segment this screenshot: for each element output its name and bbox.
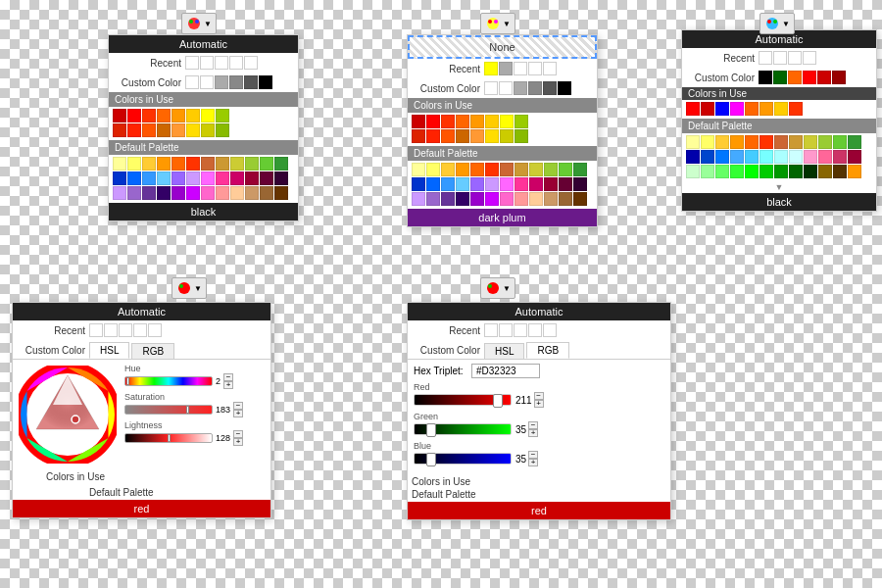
recent-cell[interactable]	[759, 51, 772, 65]
color-cell[interactable]	[544, 192, 558, 206]
icon-btn-inner-1[interactable]: ▼	[181, 13, 217, 34]
color-cell[interactable]	[113, 186, 126, 200]
recent-cell[interactable]	[788, 51, 802, 65]
color-cell[interactable]	[774, 165, 788, 178]
color-cell[interactable]	[745, 165, 759, 178]
color-cell[interactable]	[142, 186, 156, 200]
recent-cell[interactable]	[514, 323, 527, 337]
color-cell[interactable]	[456, 163, 469, 176]
color-cell[interactable]	[186, 172, 200, 185]
color-cell[interactable]	[260, 172, 273, 185]
color-cell[interactable]	[485, 177, 499, 191]
recent-cell[interactable]	[499, 323, 513, 337]
color-cell[interactable]	[426, 192, 440, 206]
color-cell[interactable]	[201, 123, 215, 137]
color-cell[interactable]	[745, 150, 759, 164]
color-cell[interactable]	[760, 102, 773, 116]
tab-hsl-5[interactable]: HSL	[484, 343, 524, 359]
color-cell[interactable]	[216, 186, 229, 200]
color-cell[interactable]	[245, 157, 259, 171]
color-cell[interactable]	[774, 135, 788, 149]
custom-cell[interactable]	[215, 75, 228, 89]
icon-btn-3[interactable]: ▼	[760, 13, 795, 34]
color-cell[interactable]	[514, 115, 528, 128]
color-cell[interactable]	[529, 192, 543, 206]
custom-cell[interactable]	[185, 75, 199, 89]
color-cell[interactable]	[142, 123, 156, 137]
color-cell[interactable]	[500, 192, 514, 206]
color-cell[interactable]	[686, 135, 700, 149]
color-cell[interactable]	[113, 172, 126, 185]
color-cell[interactable]	[760, 150, 773, 164]
color-cell[interactable]	[260, 157, 273, 171]
color-cell[interactable]	[470, 129, 484, 143]
color-cell[interactable]	[818, 165, 832, 178]
green-thumb[interactable]	[426, 423, 436, 437]
color-cell[interactable]	[760, 165, 773, 178]
red-track[interactable]	[414, 394, 512, 406]
color-cell[interactable]	[157, 172, 171, 185]
saturation-thumb[interactable]	[186, 406, 189, 414]
color-cell[interactable]	[686, 102, 700, 116]
color-cell[interactable]	[701, 150, 714, 164]
custom-cell[interactable]	[803, 71, 816, 84]
color-cell[interactable]	[172, 172, 185, 185]
color-cell[interactable]	[833, 135, 847, 149]
color-cell[interactable]	[818, 135, 832, 149]
recent-cell[interactable]	[528, 323, 542, 337]
color-cell[interactable]	[441, 163, 455, 176]
icon-btn-1[interactable]: ▼	[181, 13, 217, 34]
color-cell[interactable]	[201, 186, 215, 200]
color-cell[interactable]	[172, 123, 185, 137]
color-cell[interactable]	[789, 135, 803, 149]
custom-cell[interactable]	[514, 81, 527, 95]
blue-plus[interactable]: +	[528, 459, 538, 466]
color-cell[interactable]	[216, 157, 229, 171]
recent-cell[interactable]	[543, 62, 557, 75]
custom-cell[interactable]	[773, 71, 787, 84]
color-cell[interactable]	[544, 163, 558, 176]
color-cell[interactable]	[559, 192, 572, 206]
color-cell[interactable]	[456, 192, 469, 206]
icon-btn-5[interactable]: ▼	[480, 277, 515, 299]
lightness-track[interactable]	[124, 433, 213, 443]
color-cell[interactable]	[715, 102, 729, 116]
color-cell[interactable]	[500, 129, 514, 143]
hue-plus[interactable]: +	[223, 381, 233, 389]
recent-cell[interactable]	[244, 56, 258, 70]
recent-cell[interactable]	[148, 323, 162, 337]
custom-cell[interactable]	[200, 75, 214, 89]
custom-cell[interactable]	[244, 75, 258, 89]
recent-cell[interactable]	[133, 323, 147, 337]
recent-cell[interactable]	[514, 62, 527, 75]
recent-cell[interactable]	[484, 323, 498, 337]
color-cell[interactable]	[833, 165, 847, 178]
color-cell[interactable]	[715, 165, 729, 178]
color-cell[interactable]	[500, 115, 514, 128]
color-cell[interactable]	[804, 150, 817, 164]
color-cell[interactable]	[514, 129, 528, 143]
color-cell[interactable]	[730, 102, 744, 116]
custom-cell[interactable]	[259, 75, 272, 89]
recent-cell[interactable]	[89, 323, 103, 337]
color-cell[interactable]	[201, 172, 215, 185]
color-cell[interactable]	[686, 165, 700, 178]
red-plus[interactable]: +	[534, 400, 544, 408]
saturation-track[interactable]	[124, 405, 213, 415]
color-cell[interactable]	[789, 102, 803, 116]
color-cell[interactable]	[186, 109, 200, 122]
recent-cell[interactable]	[528, 62, 542, 75]
color-cell[interactable]	[573, 177, 587, 191]
color-cell[interactable]	[441, 192, 455, 206]
color-cell[interactable]	[686, 150, 700, 164]
color-cell[interactable]	[113, 123, 126, 137]
color-cell[interactable]	[848, 165, 861, 178]
tab-rgb-4[interactable]: RGB	[131, 343, 174, 359]
color-cell[interactable]	[412, 163, 425, 176]
color-cell[interactable]	[441, 177, 455, 191]
color-cell[interactable]	[573, 192, 587, 206]
color-cell[interactable]	[260, 186, 273, 200]
recent-cell[interactable]	[215, 56, 228, 70]
icon-btn-inner-2[interactable]: ▼	[480, 13, 515, 34]
color-cell[interactable]	[172, 157, 185, 171]
